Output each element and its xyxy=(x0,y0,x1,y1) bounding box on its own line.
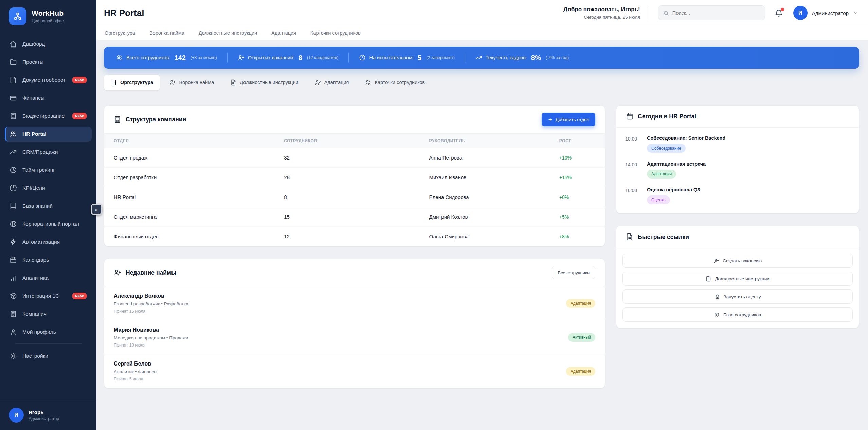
search-input[interactable] xyxy=(672,10,760,16)
trending-up-icon xyxy=(475,54,482,61)
dept-count: 12 xyxy=(274,227,419,246)
sidebar-item-settings[interactable]: Настройки xyxy=(5,349,92,363)
trending-up-icon xyxy=(10,148,17,156)
status-badge: Адаптация xyxy=(566,299,595,308)
sidebar-item-calendar[interactable]: Календарь xyxy=(5,253,92,267)
calculator-icon xyxy=(10,112,17,120)
hire-position: Frontend разработчик • Разработка xyxy=(114,301,188,306)
quick-link-label: Создать вакансию xyxy=(723,258,762,263)
sidebar-item-my-profile[interactable]: Мой профиль xyxy=(5,324,92,339)
dept-count: 15 xyxy=(274,207,419,227)
notification-dot xyxy=(781,8,784,11)
tab-orgstructure[interactable]: Оргструктура xyxy=(105,30,135,36)
card-title: Недавние наймы xyxy=(126,269,176,276)
sidebar-item-label: Настройки xyxy=(22,353,48,359)
app-logo[interactable]: WorkHub Цифровой офис xyxy=(0,0,96,33)
all-employees-button[interactable]: Все сотрудники xyxy=(552,266,595,279)
stat-value: 5 xyxy=(418,54,421,62)
pill-label: Должностные инструкции xyxy=(240,80,298,85)
file-text-icon xyxy=(626,233,633,241)
sidebar-item-label: Финансы xyxy=(22,95,44,101)
column-header-head: РУКОВОДИТЕЛЬ xyxy=(420,134,550,148)
sidebar-item-knowledge-base[interactable]: База знаний xyxy=(5,199,92,213)
zap-icon xyxy=(10,238,17,246)
sidebar-item-kpi-goals[interactable]: KPI/Цели xyxy=(5,181,92,195)
stat-total-employees: Всего сотрудников: 142 (+3 за месяц) xyxy=(106,54,227,62)
hire-list-item[interactable]: Александр Волков Frontend разработчик • … xyxy=(104,286,605,320)
table-row[interactable]: HR Portal 8 Елена Сидорова +0% xyxy=(104,187,605,207)
pill-adaptation[interactable]: Адаптация xyxy=(308,75,356,90)
column-header-count: СОТРУДНИКОВ xyxy=(274,134,419,148)
sidebar-item-corporate-portal[interactable]: Корпоративный портал xyxy=(5,217,92,231)
plus-icon xyxy=(548,117,553,122)
all-employees-label: Все сотрудники xyxy=(558,270,590,275)
pill-employee-cards[interactable]: Карточки сотрудников xyxy=(358,75,432,90)
recent-hires-card: Недавние наймы Все сотрудники Александр … xyxy=(104,259,605,388)
stat-value: 8 xyxy=(299,54,302,62)
avatar: И xyxy=(9,408,24,423)
pill-job-descriptions[interactable]: Должностные инструкции xyxy=(223,75,305,90)
table-row[interactable]: Отдел продаж 32 Анна Петрова +10% xyxy=(104,148,605,168)
sidebar-collapse-button[interactable]: « xyxy=(91,204,102,215)
event-title: Собеседование: Senior Backend xyxy=(647,135,725,141)
clock-icon xyxy=(359,54,366,61)
pill-hiring-funnel[interactable]: Воронка найма xyxy=(163,75,221,90)
quick-link-label: База сотрудников xyxy=(723,312,761,317)
tab-adaptation[interactable]: Адаптация xyxy=(271,30,296,36)
event-title: Адаптационная встреча xyxy=(647,161,706,167)
current-date: Сегодня пятница, 25 июля xyxy=(563,15,640,20)
job-descriptions-button[interactable]: Должностные инструкции xyxy=(622,272,853,286)
sidebar-item-budgeting[interactable]: Бюджетирование NEW xyxy=(5,109,92,124)
tab-job-descriptions[interactable]: Должностные инструкции xyxy=(199,30,257,36)
sidebar-user[interactable]: И Игорь Администратор xyxy=(0,400,96,430)
org-structure-card: Структура компании Добавить отдел ОТДЕЛ … xyxy=(104,105,605,246)
status-badge: Адаптация xyxy=(566,367,595,376)
sidebar-item-label: KPI/Цели xyxy=(22,185,45,191)
sidebar-item-hr-portal[interactable]: HR Portal xyxy=(5,127,92,142)
user-icon xyxy=(10,328,17,336)
dept-name: Отдел разработки xyxy=(104,168,274,187)
stat-label: Текучесть кадров: xyxy=(486,55,527,60)
hire-list-item[interactable]: Сергей Белов Аналитик • Финансы Принят 5… xyxy=(104,354,605,388)
sidebar-item-projects[interactable]: Проекты xyxy=(5,55,92,70)
user-menu[interactable]: И Администратор xyxy=(793,6,858,20)
start-assessment-button[interactable]: Запустить оценку xyxy=(622,289,853,304)
sidebar-item-label: Мой профиль xyxy=(22,329,56,335)
dept-growth: +0% xyxy=(550,187,605,207)
stat-label: Всего сотрудников: xyxy=(126,55,170,60)
building-icon xyxy=(111,79,117,86)
dept-name: Отдел маркетинга xyxy=(104,207,274,227)
add-department-button[interactable]: Добавить отдел xyxy=(542,113,595,126)
quick-link-label: Запустить оценку xyxy=(724,294,761,299)
dept-growth: +10% xyxy=(550,148,605,168)
tab-employee-cards[interactable]: Карточки сотрудников xyxy=(310,30,361,36)
create-vacancy-button[interactable]: Создать вакансию xyxy=(622,254,853,268)
employee-database-button[interactable]: База сотрудников xyxy=(622,307,853,322)
notifications-button[interactable] xyxy=(775,9,783,17)
user-check-icon xyxy=(315,79,321,86)
sidebar-item-1c-integration[interactable]: Интеграция 1С NEW xyxy=(5,288,92,303)
user-role: Администратор xyxy=(29,416,59,421)
table-row[interactable]: Финансовый отдел 12 Ольга Смирнова +8% xyxy=(104,227,605,246)
tab-hiring-funnel[interactable]: Воронка найма xyxy=(149,30,184,36)
sidebar-item-documents[interactable]: Документооборот NEW xyxy=(5,73,92,88)
dept-name: Отдел продаж xyxy=(104,148,274,168)
sidebar-item-dashboard[interactable]: Дашборд xyxy=(5,37,92,52)
table-row[interactable]: Отдел маркетинга 15 Дмитрий Козлов +5% xyxy=(104,207,605,227)
hire-list-item[interactable]: Мария Новикова Менеджер по продажам • Пр… xyxy=(104,320,605,354)
sidebar-item-time-tracking[interactable]: Тайм-трекинг xyxy=(5,163,92,177)
stat-label: На испытательном: xyxy=(369,55,414,60)
schedule-event: 10:00 Собеседование: Senior Backend Собе… xyxy=(616,131,859,157)
departments-table: ОТДЕЛ СОТРУДНИКОВ РУКОВОДИТЕЛЬ РОСТ Отде… xyxy=(104,134,605,246)
table-row[interactable]: Отдел разработки 28 Михаил Иванов +15% xyxy=(104,168,605,187)
search-box[interactable] xyxy=(658,5,765,20)
sidebar-item-label: Интеграция 1С xyxy=(22,293,59,299)
sidebar-item-crm-sales[interactable]: CRM/Продажи xyxy=(5,145,92,160)
quick-link-label: Должностные инструкции xyxy=(715,276,769,281)
sidebar-item-finances[interactable]: Финансы xyxy=(5,91,92,106)
package-icon xyxy=(10,292,17,300)
sidebar-item-analytics[interactable]: Аналитика xyxy=(5,270,92,285)
sidebar-item-company[interactable]: Компания xyxy=(5,306,92,321)
pill-orgstructure[interactable]: Оргструктура xyxy=(104,75,160,90)
sidebar-item-automation[interactable]: Автоматизация xyxy=(5,235,92,249)
